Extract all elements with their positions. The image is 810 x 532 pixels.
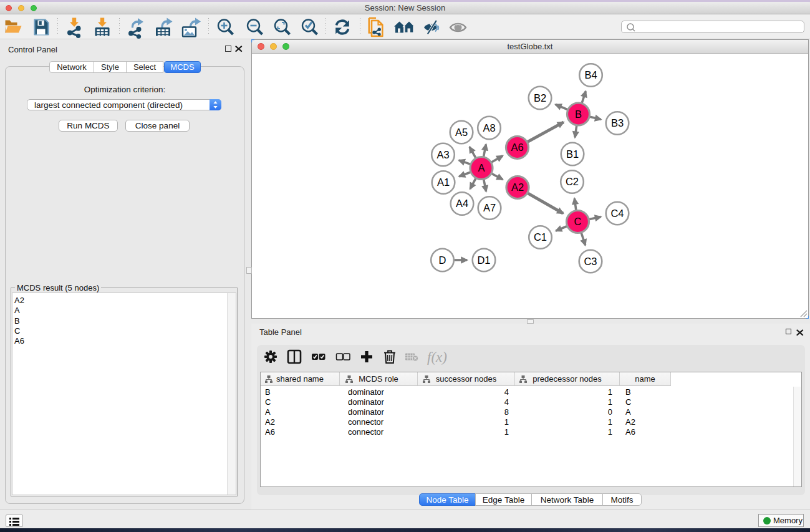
svg-text:A: A	[478, 162, 485, 173]
svg-text:D1: D1	[477, 254, 490, 266]
svg-text:C: C	[574, 216, 582, 227]
svg-text:D: D	[439, 254, 446, 266]
svg-text:C3: C3	[584, 256, 597, 267]
svg-text:C4: C4	[610, 208, 624, 219]
svg-text:A5: A5	[455, 127, 468, 138]
svg-text:C2: C2	[566, 176, 579, 187]
svg-text:B2: B2	[534, 92, 546, 104]
svg-text:B1: B1	[566, 148, 579, 160]
svg-text:C1: C1	[534, 231, 547, 243]
svg-text:B: B	[575, 109, 582, 120]
svg-text:A6: A6	[511, 142, 523, 153]
svg-text:f(x): f(x)	[427, 349, 447, 365]
svg-text:A1: A1	[437, 177, 450, 188]
svg-text:A2: A2	[511, 181, 524, 193]
svg-text:B3: B3	[611, 117, 624, 128]
svg-text:A4: A4	[456, 198, 468, 209]
svg-text:B4: B4	[584, 69, 597, 80]
svg-text:A3: A3	[436, 149, 449, 160]
svg-text:A7: A7	[483, 202, 496, 213]
svg-text:A8: A8	[483, 122, 495, 133]
